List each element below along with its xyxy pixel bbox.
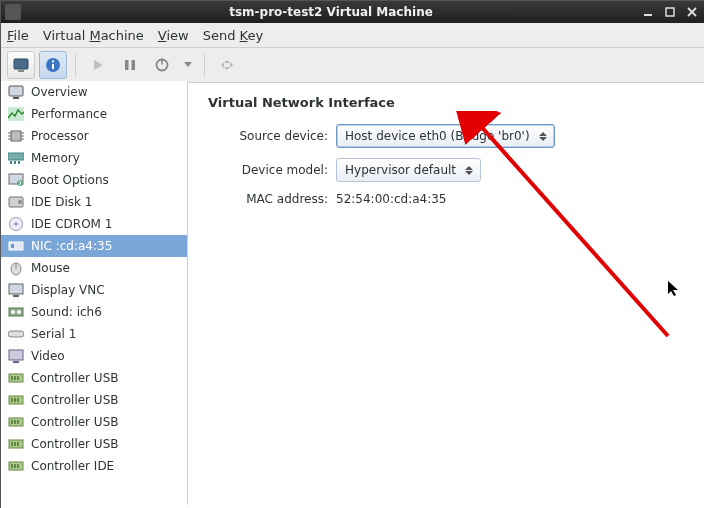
- chevron-updown-icon: [462, 166, 476, 175]
- sidebar-item-ctrl[interactable]: Controller USB: [1, 389, 187, 411]
- sidebar-item-cpu[interactable]: Processor: [1, 125, 187, 147]
- pause-button[interactable]: [116, 51, 144, 79]
- svg-point-47: [17, 310, 21, 314]
- menu-virtual-machine[interactable]: Virtual Machine: [43, 28, 144, 43]
- svg-rect-11: [132, 60, 136, 70]
- menu-view[interactable]: View: [158, 28, 189, 43]
- svg-rect-49: [9, 350, 23, 360]
- svg-rect-19: [9, 86, 23, 96]
- cd-icon: [7, 216, 25, 232]
- sidebar-item-perf[interactable]: Performance: [1, 103, 187, 125]
- sidebar-item-ctrl[interactable]: Controller USB: [1, 433, 187, 455]
- device-model-dropdown[interactable]: Hypervisor default: [336, 158, 481, 182]
- svg-marker-9: [94, 60, 103, 70]
- chevron-updown-icon: [536, 132, 550, 141]
- sidebar-item-video[interactable]: Video: [1, 345, 187, 367]
- svg-rect-7: [52, 61, 54, 63]
- sidebar-item-boot[interactable]: Boot Options: [1, 169, 187, 191]
- sidebar-item-label: Controller USB: [31, 393, 118, 407]
- menu-send-key[interactable]: Send Key: [203, 28, 263, 43]
- svg-rect-68: [11, 464, 13, 468]
- sidebar-item-cd[interactable]: IDE CDROM 1: [1, 213, 187, 235]
- svg-rect-0: [644, 14, 652, 16]
- serial-icon: [7, 326, 25, 342]
- app-icon: [5, 4, 21, 20]
- source-device-label: Source device:: [208, 129, 336, 143]
- sidebar-item-label: Controller USB: [31, 437, 118, 451]
- sidebar-item-ctrl[interactable]: Controller USB: [1, 367, 187, 389]
- ram-icon: [7, 150, 25, 166]
- svg-rect-60: [11, 420, 13, 424]
- svg-rect-66: [17, 442, 19, 446]
- maximize-button[interactable]: [661, 5, 679, 19]
- source-device-dropdown[interactable]: Host device eth0 (Bridge 'br0'): [336, 124, 555, 148]
- console-button[interactable]: [7, 51, 35, 79]
- boot-icon: [7, 172, 25, 188]
- sidebar-item-label: NIC :cd:a4:35: [31, 239, 112, 253]
- sidebar-item-ctrl[interactable]: Controller USB: [1, 411, 187, 433]
- svg-rect-29: [8, 153, 24, 160]
- sidebar-item-label: Display VNC: [31, 283, 105, 297]
- svg-rect-43: [9, 284, 23, 294]
- annotation-arrow: [448, 111, 704, 371]
- sidebar-item-label: Processor: [31, 129, 89, 143]
- sidebar-item-label: Controller USB: [31, 371, 118, 385]
- svg-rect-62: [17, 420, 19, 424]
- sidebar-item-mouse[interactable]: Mouse: [1, 257, 187, 279]
- svg-rect-53: [14, 376, 16, 380]
- overview-icon: [7, 84, 25, 100]
- details-button[interactable]: [39, 51, 67, 79]
- svg-point-36: [18, 200, 22, 204]
- svg-marker-73: [668, 281, 678, 296]
- video-icon: [7, 348, 25, 364]
- run-button[interactable]: [84, 51, 112, 79]
- svg-marker-18: [230, 62, 233, 68]
- svg-rect-32: [18, 161, 20, 164]
- svg-rect-64: [11, 442, 13, 446]
- svg-rect-52: [11, 376, 13, 380]
- svg-marker-15: [224, 60, 230, 63]
- close-button[interactable]: [683, 5, 701, 19]
- svg-marker-16: [224, 67, 230, 70]
- svg-rect-31: [14, 161, 16, 164]
- hardware-sidebar[interactable]: OverviewPerformanceProcessorMemoryBoot O…: [1, 81, 188, 505]
- svg-point-34: [17, 180, 23, 186]
- minimize-button[interactable]: [639, 5, 657, 19]
- window-title: tsm-pro-test2 Virtual Machine: [27, 5, 635, 19]
- svg-marker-17: [221, 62, 224, 68]
- sidebar-item-ctrl[interactable]: Controller IDE: [1, 455, 187, 477]
- sidebar-item-sound[interactable]: Sound: ich6: [1, 301, 187, 323]
- svg-line-72: [478, 123, 668, 336]
- toolbar: [1, 48, 704, 83]
- fullscreen-button[interactable]: [213, 51, 241, 79]
- shutdown-menu-button[interactable]: [180, 51, 196, 79]
- details-panel: Virtual Network Interface Source device:…: [188, 81, 704, 505]
- sidebar-item-ram[interactable]: Memory: [1, 147, 187, 169]
- svg-rect-58: [17, 398, 19, 402]
- menu-file[interactable]: File: [7, 28, 29, 43]
- svg-rect-65: [14, 442, 16, 446]
- sidebar-item-disk[interactable]: IDE Disk 1: [1, 191, 187, 213]
- sidebar-item-label: Overview: [31, 85, 88, 99]
- svg-rect-4: [14, 59, 28, 69]
- svg-rect-8: [52, 64, 54, 69]
- sidebar-item-overview[interactable]: Overview: [1, 81, 187, 103]
- device-model-label: Device model:: [208, 163, 336, 177]
- mac-address-label: MAC address:: [208, 192, 336, 206]
- svg-rect-10: [125, 60, 129, 70]
- sidebar-item-display[interactable]: Display VNC: [1, 279, 187, 301]
- svg-rect-56: [11, 398, 13, 402]
- svg-rect-70: [17, 464, 19, 468]
- nic-icon: [7, 238, 25, 254]
- shutdown-button[interactable]: [148, 51, 176, 79]
- sidebar-item-label: Controller USB: [31, 415, 118, 429]
- sidebar-item-serial[interactable]: Serial 1: [1, 323, 187, 345]
- toolbar-separator: [75, 53, 76, 77]
- svg-rect-20: [13, 97, 19, 99]
- svg-rect-61: [14, 420, 16, 424]
- device-model-value: Hypervisor default: [345, 163, 456, 177]
- sidebar-item-nic[interactable]: NIC :cd:a4:35: [1, 235, 187, 257]
- ctrl-icon: [7, 436, 25, 452]
- menubar: File Virtual Machine View Send Key: [1, 23, 704, 48]
- svg-point-38: [14, 222, 18, 226]
